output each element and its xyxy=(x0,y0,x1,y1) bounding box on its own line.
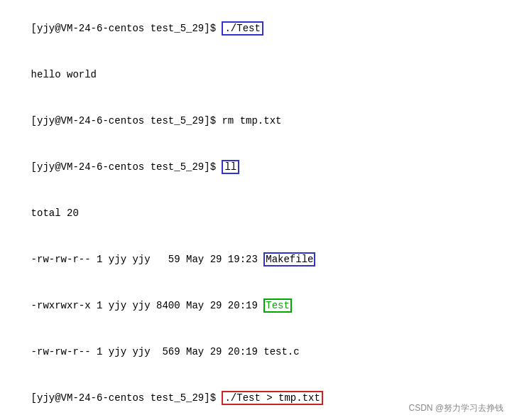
line-4: [yjy@VM-24-6-centos test_5_29]$ ll xyxy=(7,144,505,190)
file-info-testc-1: -rw-rw-r-- 1 yjy yjy 569 May 29 20:19 xyxy=(31,346,264,357)
cmd-rm: rm tmp.txt xyxy=(222,115,281,126)
prompt-9: [yjy@VM-24-6-centos test_5_29]$ xyxy=(31,392,222,404)
line-6: -rw-rw-r-- 1 yjy yjy 59 May 29 19:23 Mak… xyxy=(7,237,505,283)
file-test-1: Test xyxy=(263,298,292,313)
line-1: [yjy@VM-24-6-centos test_5_29]$ ./Test xyxy=(7,6,505,52)
total-1: total 20 xyxy=(31,208,79,219)
prompt-3: [yjy@VM-24-6-centos test_5_29]$ xyxy=(31,115,222,126)
cmd-test: ./Test xyxy=(222,21,263,36)
file-makefile-1: Makefile xyxy=(263,252,315,266)
output-hello-world-1: hello world xyxy=(31,69,97,80)
prompt-4: [yjy@VM-24-6-centos test_5_29]$ xyxy=(31,161,222,173)
prompt-1: [yjy@VM-24-6-centos test_5_29]$ xyxy=(31,23,222,34)
line-8: -rw-rw-r-- 1 yjy yjy 569 May 29 20:19 te… xyxy=(7,329,505,375)
cmd-ll-1: ll xyxy=(222,160,239,174)
line-3: [yjy@VM-24-6-centos test_5_29]$ rm tmp.t… xyxy=(7,98,505,144)
line-7: -rwxrwxr-x 1 yjy yjy 8400 May 29 20:19 T… xyxy=(7,283,505,329)
file-info-makefile-1: -rw-rw-r-- 1 yjy yjy 59 May 29 19:23 xyxy=(31,254,264,265)
line-5: total 20 xyxy=(7,190,505,237)
watermark: CSDN @努力学习去挣钱 xyxy=(408,402,503,414)
terminal-window: [yjy@VM-24-6-centos test_5_29]$ ./Test h… xyxy=(0,0,512,420)
file-testc-1: test.c xyxy=(263,346,299,357)
file-info-test-1: -rwxrwxr-x 1 yjy yjy 8400 May 29 20:19 xyxy=(31,300,264,311)
line-2: hello world xyxy=(7,52,505,98)
cmd-redirect: ./Test > tmp.txt xyxy=(222,391,322,405)
